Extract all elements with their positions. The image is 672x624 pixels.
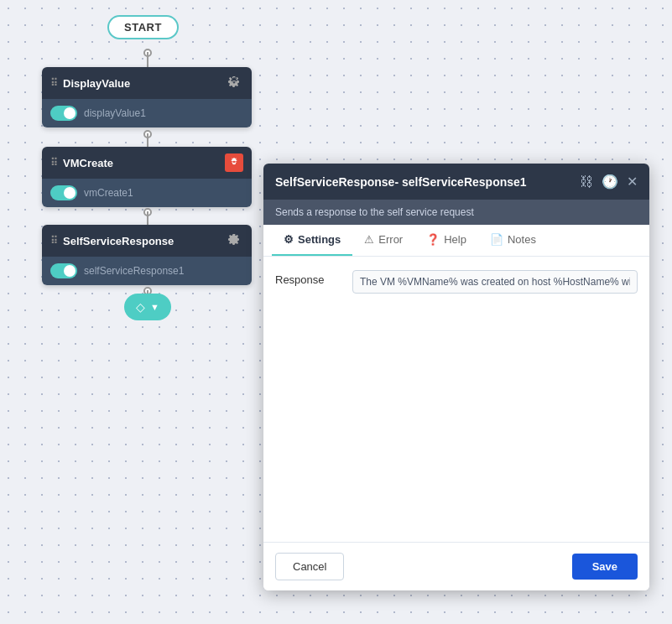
- node-body-label-ssr: selfServiceResponse1: [84, 265, 184, 277]
- node-settings-display[interactable]: [225, 74, 243, 92]
- node-body-ssr: selfServiceResponse1: [42, 257, 252, 285]
- hierarchy-icon[interactable]: ⛓: [580, 174, 593, 190]
- node-header-ssr: ⠿ SelfServiceResponse: [42, 225, 252, 257]
- drag-icon: ⠿: [50, 77, 58, 89]
- response-label: Response: [275, 270, 342, 286]
- panel-title: SelfServiceResponse- selfServiceResponse…: [275, 175, 527, 189]
- cancel-button[interactable]: Cancel: [275, 553, 344, 580]
- vm-create-node[interactable]: ⠿ VMCreate vmCreate1: [42, 147, 252, 207]
- node-settings-ssr[interactable]: [225, 231, 243, 250]
- node-body-label-display: displayValue1: [84, 107, 146, 119]
- end-node[interactable]: ◇ ▼: [124, 294, 171, 320]
- tab-help[interactable]: ❓ Help: [414, 225, 478, 256]
- settings-tab-label: Settings: [298, 233, 341, 246]
- end-icon: ◇: [136, 300, 145, 314]
- node-title-display: DisplayValue: [63, 77, 130, 90]
- display-value-node[interactable]: ⠿ DisplayValue displayValue1: [42, 67, 252, 127]
- start-node: START: [107, 15, 179, 39]
- node-header-vm: ⠿ VMCreate: [42, 147, 252, 179]
- help-tab-label: Help: [444, 233, 466, 246]
- node-settings-vm[interactable]: [225, 153, 243, 172]
- toggle-display[interactable]: [50, 106, 77, 121]
- panel-header-icons: ⛓ 🕐 ✕: [580, 174, 638, 190]
- error-tab-icon: ⚠: [364, 233, 374, 246]
- node-header-display: ⠿ DisplayValue: [42, 67, 252, 99]
- node-body-label-vm: vmCreate1: [84, 187, 133, 199]
- tab-notes[interactable]: 📄 Notes: [478, 225, 548, 256]
- error-tab-label: Error: [378, 233, 403, 246]
- node-body-display: displayValue1: [42, 99, 252, 127]
- clock-icon[interactable]: 🕐: [602, 174, 618, 190]
- end-arrow: ▼: [150, 302, 159, 312]
- node-title-ssr: SelfServiceResponse: [63, 235, 174, 247]
- drag-icon-ssr: ⠿: [50, 235, 58, 247]
- node-title-vm: VMCreate: [63, 157, 113, 169]
- panel-subtitle: Sends a response to the self service req…: [263, 200, 649, 225]
- toggle-vm[interactable]: [50, 185, 77, 200]
- panel-subtitle-text: Sends a response to the self service req…: [275, 206, 474, 218]
- gear-icon-ssr: [227, 234, 241, 247]
- workflow-canvas: START ⠿ DisplayValue displayValue1: [0, 0, 672, 624]
- response-form-row: Response: [275, 270, 638, 294]
- ssr-panel: SelfServiceResponse- selfServiceResponse…: [263, 164, 649, 590]
- gear-icon-vm: [228, 157, 240, 169]
- response-input[interactable]: [352, 270, 638, 294]
- node-body-vm: vmCreate1: [42, 179, 252, 207]
- notes-tab-label: Notes: [508, 233, 536, 246]
- panel-header: SelfServiceResponse- selfServiceResponse…: [263, 164, 649, 200]
- notes-tab-icon: 📄: [490, 233, 503, 246]
- self-service-node[interactable]: ⠿ SelfServiceResponse selfServiceRespons…: [42, 225, 252, 285]
- panel-body: Response: [263, 257, 649, 542]
- toggle-ssr[interactable]: [50, 263, 77, 278]
- tab-settings[interactable]: ⚙ Settings: [272, 225, 352, 256]
- help-tab-icon: ❓: [426, 233, 440, 246]
- gear-icon: [227, 76, 241, 90]
- save-button[interactable]: Save: [572, 554, 638, 580]
- settings-tab-icon: ⚙: [284, 233, 294, 246]
- close-icon[interactable]: ✕: [627, 174, 638, 190]
- drag-icon-vm: ⠿: [50, 157, 58, 169]
- start-label: START: [124, 21, 162, 34]
- connector-line-1: [147, 52, 148, 69]
- panel-tabs: ⚙ Settings ⚠ Error ❓ Help 📄 Notes: [263, 225, 649, 257]
- panel-footer: Cancel Save: [263, 542, 649, 590]
- tab-error[interactable]: ⚠ Error: [352, 225, 414, 256]
